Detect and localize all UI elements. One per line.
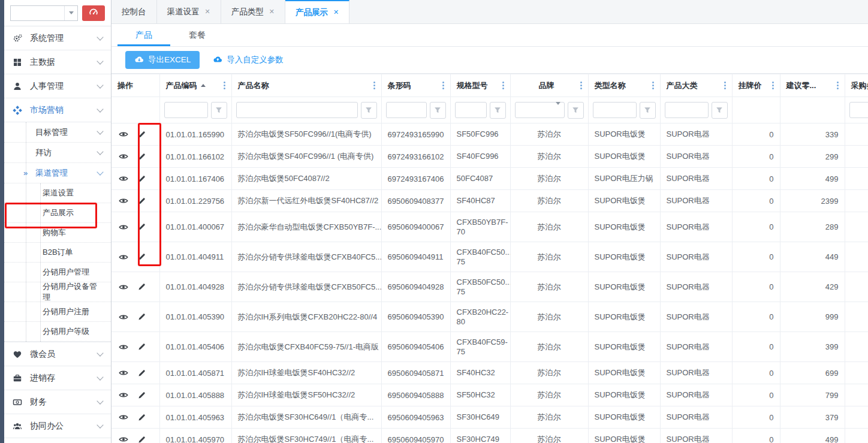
sidebar-item-member[interactable]: 微会员 bbox=[4, 342, 111, 366]
sidebar-item-channel[interactable]: »渠道管理 bbox=[4, 163, 111, 183]
sidebar-item-visit[interactable]: 拜访 bbox=[4, 143, 111, 163]
column-menu-icon[interactable] bbox=[373, 82, 375, 89]
filter-funnel-button[interactable] bbox=[568, 102, 584, 119]
filter-select-5[interactable] bbox=[515, 102, 565, 118]
column-menu-icon[interactable] bbox=[224, 82, 225, 89]
view-icon[interactable] bbox=[119, 196, 128, 206]
column-header-2[interactable]: 产品名称 bbox=[231, 74, 381, 97]
sidebar-item-target[interactable]: 目标管理 bbox=[4, 122, 111, 143]
edit-icon[interactable] bbox=[137, 130, 146, 139]
sidebar-item-dist-user-mgmt[interactable]: 分销用户管理 bbox=[4, 263, 111, 282]
view-icon[interactable] bbox=[119, 174, 128, 183]
cell-category: SUPOR电器 bbox=[660, 168, 732, 190]
sidebar-item-channel-settings[interactable]: 渠道设置 bbox=[4, 183, 111, 203]
filter-funnel-button[interactable] bbox=[430, 102, 446, 119]
view-icon[interactable] bbox=[119, 222, 128, 232]
column-menu-icon[interactable] bbox=[442, 82, 444, 89]
edit-icon[interactable] bbox=[137, 282, 146, 291]
column-header-6[interactable]: 类型名称 bbox=[588, 74, 660, 97]
filter-funnel-button[interactable] bbox=[211, 102, 227, 119]
sidebar-item-b2b-orders[interactable]: B2B订单 bbox=[4, 243, 111, 263]
product-table-container[interactable]: 操作产品编码产品名称条形码规格型号品牌类型名称产品大类挂牌价建议零...采购参 … bbox=[111, 73, 868, 443]
view-icon[interactable] bbox=[119, 435, 128, 443]
column-menu-icon[interactable] bbox=[502, 82, 504, 89]
view-icon[interactable] bbox=[119, 282, 128, 292]
sidebar-item-inventory[interactable]: 进销存 bbox=[4, 366, 111, 390]
edit-icon[interactable] bbox=[137, 342, 146, 351]
tab-package[interactable]: 套餐 bbox=[189, 24, 206, 46]
view-icon[interactable] bbox=[119, 412, 128, 422]
edit-icon[interactable] bbox=[137, 435, 146, 443]
column-menu-icon[interactable] bbox=[652, 82, 654, 89]
sidebar-item-dist-user-register[interactable]: 分销用户注册 bbox=[4, 302, 111, 322]
filter-input-3[interactable] bbox=[386, 102, 427, 118]
tab-channel-settings[interactable]: 渠道设置✕ bbox=[157, 0, 221, 23]
table-row: 01.01.01.167406苏泊尔电饭煲50FC4087//269724931… bbox=[111, 168, 868, 190]
view-icon[interactable] bbox=[119, 368, 128, 378]
sidebar-item-system[interactable]: 系统管理 bbox=[4, 26, 111, 50]
sidebar-item-cart[interactable]: 购物车 bbox=[4, 223, 111, 243]
edit-icon[interactable] bbox=[137, 369, 146, 378]
column-menu-icon[interactable] bbox=[837, 82, 839, 89]
sidebar-search-select[interactable] bbox=[10, 5, 78, 21]
column-header-3[interactable]: 条形码 bbox=[381, 74, 450, 97]
tab-product-type[interactable]: 产品类型✕ bbox=[221, 0, 285, 23]
view-icon[interactable] bbox=[119, 152, 128, 161]
view-icon[interactable] bbox=[119, 312, 128, 322]
column-header-5[interactable]: 品牌 bbox=[510, 74, 588, 97]
chevron-down-icon[interactable] bbox=[64, 6, 77, 20]
edit-icon[interactable] bbox=[137, 312, 146, 321]
filter-funnel-button[interactable] bbox=[712, 102, 728, 119]
view-icon[interactable] bbox=[119, 129, 128, 139]
sidebar-item-office[interactable]: 协同办公 bbox=[4, 414, 111, 438]
sidebar-item-product-display[interactable]: 产品展示 bbox=[4, 203, 111, 223]
edit-icon[interactable] bbox=[137, 413, 146, 422]
close-tab-icon[interactable]: ✕ bbox=[269, 8, 275, 16]
filter-input-6[interactable] bbox=[593, 102, 637, 118]
chevron-down-icon bbox=[97, 421, 103, 428]
sidebar-item-finance[interactable]: 财务 bbox=[4, 390, 111, 414]
sidebar-item-dist-user-level[interactable]: 分销用户等级 bbox=[4, 322, 111, 342]
sidebar-item-master-data[interactable]: 主数据 bbox=[4, 50, 111, 74]
column-menu-icon[interactable] bbox=[580, 82, 582, 89]
column-header-7[interactable]: 产品大类 bbox=[660, 74, 732, 97]
column-header-8[interactable]: 挂牌价 bbox=[732, 74, 780, 97]
column-header-9[interactable]: 建议零... bbox=[780, 74, 845, 97]
filter-funnel-button[interactable] bbox=[490, 102, 506, 119]
import-params-link[interactable]: 导入自定义参数 bbox=[213, 55, 284, 66]
edit-icon[interactable] bbox=[137, 174, 146, 183]
close-tab-icon[interactable]: ✕ bbox=[205, 8, 210, 16]
column-header-10[interactable]: 采购参 bbox=[845, 74, 868, 97]
filter-input-4[interactable] bbox=[455, 102, 487, 118]
edit-icon[interactable] bbox=[137, 152, 146, 161]
view-icon[interactable] bbox=[119, 390, 128, 400]
edit-icon[interactable] bbox=[137, 197, 146, 206]
filter-input-7[interactable] bbox=[665, 102, 709, 118]
filter-input-10[interactable] bbox=[849, 102, 868, 118]
export-excel-button[interactable]: 导出EXCEL bbox=[125, 51, 200, 69]
view-icon[interactable] bbox=[119, 252, 128, 262]
tab-console[interactable]: 控制台 bbox=[111, 0, 157, 23]
tab-product-display[interactable]: 产品展示✕ bbox=[285, 0, 349, 23]
filter-input-1[interactable] bbox=[164, 102, 208, 118]
column-header-1[interactable]: 产品编码 bbox=[159, 74, 231, 97]
sidebar-item-dist-user-device-mgmt[interactable]: 分销用户设备管理 bbox=[4, 282, 111, 302]
tab-product[interactable]: 产品 bbox=[117, 24, 170, 46]
view-icon[interactable] bbox=[119, 342, 128, 352]
filter-funnel-button[interactable] bbox=[640, 102, 656, 119]
sidebar-item-marketing[interactable]: 市场营销 bbox=[4, 98, 111, 122]
sidebar-item-hr[interactable]: 人事管理 bbox=[4, 74, 111, 98]
close-tab-icon[interactable]: ✕ bbox=[333, 8, 339, 16]
column-menu-icon[interactable] bbox=[724, 82, 726, 89]
dashboard-button[interactable] bbox=[82, 5, 105, 21]
edit-icon[interactable] bbox=[137, 252, 146, 261]
filter-funnel-button[interactable] bbox=[361, 102, 377, 119]
edit-icon[interactable] bbox=[137, 222, 146, 231]
column-menu-icon[interactable] bbox=[772, 82, 774, 89]
cell-list_price: 0 bbox=[732, 242, 780, 272]
cell-suggested_price: 2399 bbox=[780, 190, 845, 212]
column-header-0[interactable]: 操作 bbox=[111, 74, 159, 97]
column-header-4[interactable]: 规格型号 bbox=[450, 74, 510, 97]
filter-input-2[interactable] bbox=[236, 102, 358, 118]
edit-icon[interactable] bbox=[137, 391, 146, 400]
